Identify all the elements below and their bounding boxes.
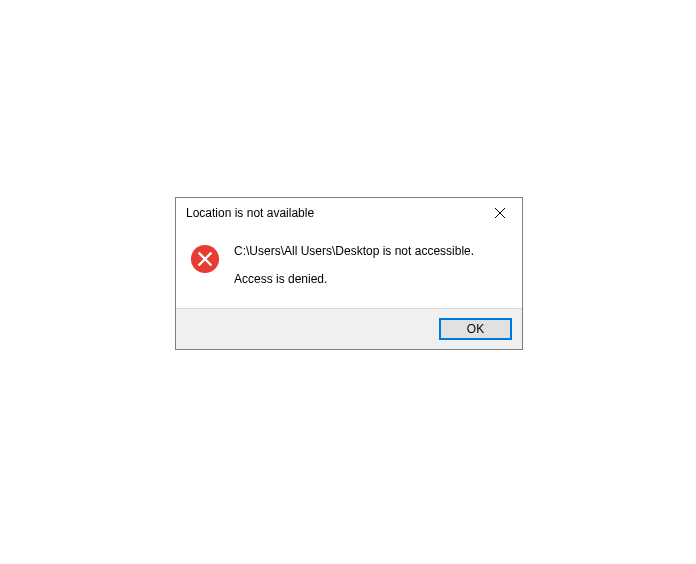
message-line-2: Access is denied. bbox=[234, 272, 510, 286]
dialog-button-row: OK bbox=[176, 308, 522, 349]
ok-button[interactable]: OK bbox=[439, 318, 512, 340]
error-dialog: Location is not available C:\Users\All U… bbox=[175, 197, 523, 350]
dialog-title: Location is not available bbox=[186, 206, 314, 220]
dialog-body: C:\Users\All Users\Desktop is not access… bbox=[176, 228, 522, 308]
error-icon bbox=[190, 244, 220, 274]
dialog-message: C:\Users\All Users\Desktop is not access… bbox=[234, 242, 510, 286]
close-icon bbox=[495, 206, 505, 221]
message-line-1: C:\Users\All Users\Desktop is not access… bbox=[234, 244, 510, 258]
close-button[interactable] bbox=[478, 198, 522, 228]
titlebar: Location is not available bbox=[176, 198, 522, 228]
